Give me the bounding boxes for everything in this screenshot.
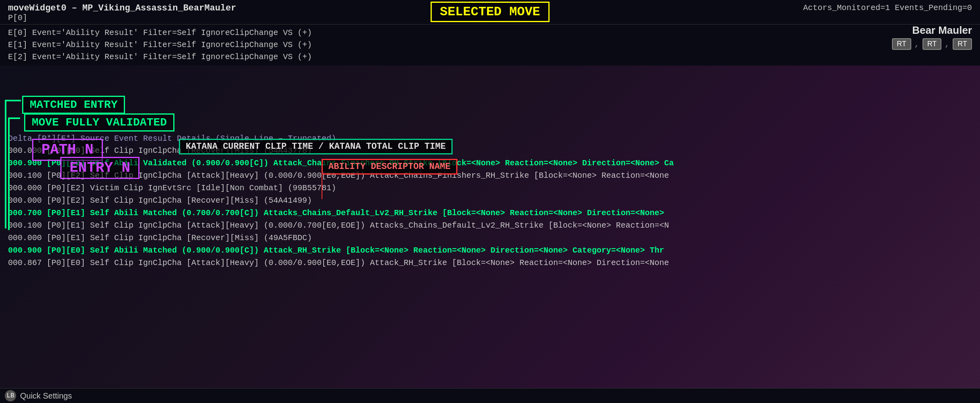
ability-desc-line [322,175,322,199]
left-bracket-line [5,100,6,228]
col-headers: Delta [P*][E*] Source Event Result Detai… [4,133,976,144]
matched-entry-label: MATCHED ENTRY [22,96,125,114]
status-icon: LB [5,390,16,401]
top-bar-left: moveWidget0 – MP_Viking_Assassin_BearMau… [8,3,236,23]
rt-button-2[interactable]: RT [953,38,972,50]
inner-bracket-line [8,117,10,230]
data-row-6: 000.100 [P0][E1] Self Clip IgnClpCha [At… [4,219,976,232]
status-text: Quick Settings [20,391,72,401]
event-lines: E[0] Event='Ability Result' Filter=Self … [0,25,980,66]
p0-label: P[0] [8,13,236,23]
event-line-2: E[2] Event='Ability Result' Filter=Self … [8,51,972,63]
selected-move-label: SELECTED MOVE [431,2,549,22]
data-row-0: 000.000 [P0][E0] Self Clip IgnClpCha [Re… [4,144,976,157]
data-row-9: 000.867 [P0][E0] Self Clip IgnClpCha [At… [4,257,976,269]
data-row-4: 000.000 [P0][E2] Self Clip IgnClpCha [Re… [4,194,976,207]
data-row-3: 000.000 [P0][E2] Victim Clip IgnEvtSrc [… [4,182,976,194]
status-bar: LB Quick Settings [0,388,980,403]
inner-top-bracket [8,117,20,119]
rt-button-1[interactable]: RT [923,38,942,50]
data-row-7: 000.000 [P0][E1] Self Clip IgnClpCha [Re… [4,232,976,244]
ability-descriptor-label: ABILITY DESCRIPTOR NAME [322,159,457,175]
bear-mauler-box: Bear Mauler RT , RT , RT [892,24,972,50]
move-validated-label: MOVE FULLY VALIDATED [24,113,174,132]
bear-mauler-title: Bear Mauler [892,24,972,37]
rt-button-0[interactable]: RT [892,38,911,50]
entry-n-label: ENTRY N [60,157,139,179]
bear-mauler-buttons: RT , RT , RT [892,38,972,50]
data-row-5: 000.700 [P0][E1] Self Abili Matched (0.7… [4,207,976,219]
top-bracket-line [5,100,21,101]
move-widget-title: moveWidget0 – MP_Viking_Assassin_BearMau… [8,3,236,13]
data-section: Delta [P*][E*] Source Event Result Detai… [0,133,980,269]
event-line-0: E[0] Event='Ability Result' Filter=Self … [8,27,972,39]
katana-clip-label: KATANA CURRENT CLIP TIME / KATANA TOTAL … [179,139,453,154]
data-row-1: 000.900 [P0][E2] Self Abili Validated (0… [4,157,976,169]
data-row-2: 000.100 [P0][E2] Self Clip IgnClpCha [At… [4,169,976,182]
event-line-1: E[1] Event='Ability Result' Filter=Self … [8,39,972,51]
actors-info: Actors_Monitored=1 Events_Pending=0 [803,3,972,12]
data-row-8: 000.900 [P0][E0] Self Abili Matched (0.9… [4,244,976,257]
